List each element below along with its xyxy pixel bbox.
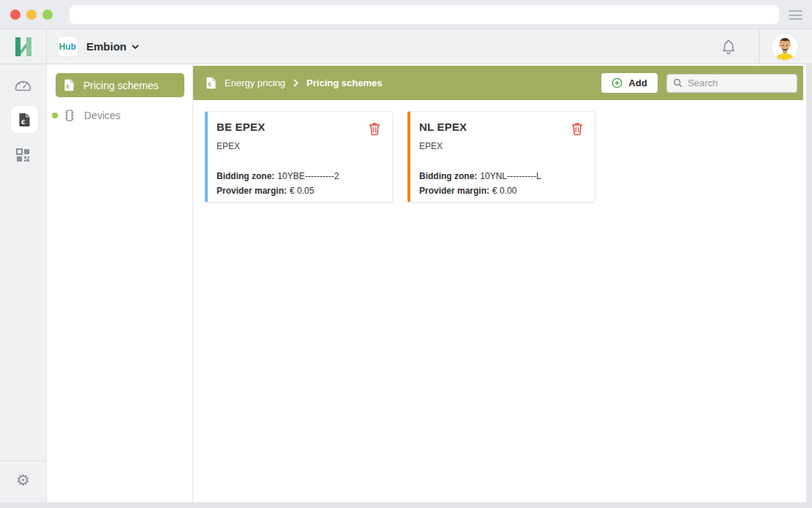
window-minimize-button[interactable] xyxy=(26,10,37,20)
breadcrumb-pricing-schemes: Pricing schemes xyxy=(307,77,382,88)
hub-app-badge[interactable]: Hub xyxy=(58,37,78,56)
trash-icon xyxy=(369,122,380,135)
status-dot xyxy=(52,113,58,118)
primary-sidebar: € ⚙ xyxy=(0,64,47,502)
sidebar-item-energy-pricing[interactable]: € xyxy=(11,106,38,133)
subnav-label: Devices xyxy=(84,110,121,121)
svg-text:€: € xyxy=(67,83,70,90)
pricing-document-icon: € xyxy=(206,77,217,89)
chevron-down-icon xyxy=(132,45,139,49)
plus-circle-icon xyxy=(612,77,623,88)
field-bidding-zone: Bidding zone:10YNL----------L xyxy=(419,169,584,183)
breadcrumb-bar: € Energy pricing Pricing schemes Add xyxy=(193,66,803,100)
field-label: Bidding zone: xyxy=(419,171,477,181)
pricing-card-be-epex[interactable]: BE EPEX EPEX Bidding zone:10 xyxy=(205,111,393,202)
app-body: € ⚙ € Pricing schem xyxy=(0,64,806,502)
field-bidding-zone: Bidding zone:10YBE----------2 xyxy=(217,169,382,183)
search-box xyxy=(666,74,797,93)
card-fields: Bidding zone:10YBE----------2 Provider m… xyxy=(217,169,382,198)
workspace-name: Embion xyxy=(86,40,127,53)
sidebar-item-settings[interactable]: ⚙ xyxy=(0,472,46,488)
field-label: Provider margin: xyxy=(217,186,287,196)
header-right xyxy=(721,29,812,64)
sidebar-item-modules[interactable] xyxy=(0,148,46,163)
add-button-label: Add xyxy=(628,77,647,88)
field-provider-margin: Provider margin:€ 0.00 xyxy=(419,183,584,198)
device-icon xyxy=(64,109,75,122)
window-close-button[interactable] xyxy=(10,10,20,20)
h-logo-icon xyxy=(12,36,34,58)
svg-text:€: € xyxy=(21,117,26,125)
user-avatar[interactable] xyxy=(772,34,798,60)
dashboard-gauge-icon xyxy=(14,77,32,92)
field-value: 10YBE----------2 xyxy=(277,171,339,181)
settings-gear-icon: ⚙ xyxy=(16,472,30,488)
modules-grid-icon xyxy=(15,148,31,163)
sidebar-divider xyxy=(0,460,46,461)
app-header: Hub Embion xyxy=(0,29,812,64)
app-logo[interactable] xyxy=(0,29,47,64)
browser-menu-icon[interactable] xyxy=(789,10,802,20)
workspace-switcher[interactable]: Embion xyxy=(86,40,139,53)
subnav-label: Pricing schemes xyxy=(83,80,159,91)
notifications-bell-icon[interactable] xyxy=(721,39,736,55)
card-subtitle: EPEX xyxy=(419,141,584,151)
search-icon xyxy=(673,77,683,88)
subnav-item-devices[interactable]: Devices xyxy=(47,105,192,126)
address-bar-input[interactable] xyxy=(69,5,779,24)
browser-chrome xyxy=(0,0,812,29)
field-value: 10YNL----------L xyxy=(480,171,541,181)
field-value: € 0.00 xyxy=(492,186,516,196)
trash-icon xyxy=(571,122,583,135)
svg-text:€: € xyxy=(208,81,212,88)
card-title: NL EPEX xyxy=(419,121,467,133)
main-content: € Energy pricing Pricing schemes Add xyxy=(193,64,806,502)
pricing-cards: BE EPEX EPEX Bidding zone:10 xyxy=(205,111,595,202)
breadcrumb-energy-pricing[interactable]: Energy pricing xyxy=(225,77,285,88)
pricing-document-icon: € xyxy=(64,79,75,91)
field-provider-margin: Provider margin:€ 0.05 xyxy=(217,183,382,198)
subnav-item-pricing-schemes[interactable]: € Pricing schemes xyxy=(56,73,184,97)
window-fullscreen-button[interactable] xyxy=(42,10,53,20)
secondary-sidebar: € Pricing schemes Devices xyxy=(47,64,193,502)
pricing-document-icon: € xyxy=(18,113,31,127)
sidebar-item-dashboard[interactable] xyxy=(0,77,46,92)
header-divider xyxy=(759,29,759,64)
breadcrumb-separator-icon xyxy=(293,79,298,87)
field-label: Provider margin: xyxy=(419,186,489,196)
field-label: Bidding zone: xyxy=(217,171,274,181)
search-input[interactable] xyxy=(688,77,791,88)
card-header: NL EPEX xyxy=(419,121,584,137)
delete-button[interactable] xyxy=(367,121,382,137)
add-button[interactable]: Add xyxy=(601,73,658,93)
delete-button[interactable] xyxy=(570,121,584,137)
card-fields: Bidding zone:10YNL----------L Provider m… xyxy=(419,169,584,198)
card-subtitle: EPEX xyxy=(217,141,382,151)
card-title: BE EPEX xyxy=(217,121,265,133)
pricing-card-nl-epex[interactable]: NL EPEX EPEX Bidding zone:10 xyxy=(407,111,595,202)
field-value: € 0.05 xyxy=(290,186,314,196)
hub-badge-label: Hub xyxy=(59,42,76,52)
card-header: BE EPEX xyxy=(217,121,382,137)
